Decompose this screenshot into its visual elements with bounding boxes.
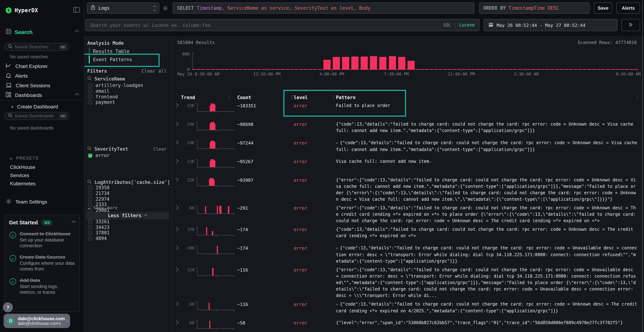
less-filters-button[interactable]: Less filters <box>86 212 169 219</box>
preset-services[interactable]: Services <box>10 172 29 178</box>
sidebar-item-alerts[interactable]: Alerts <box>0 72 84 80</box>
sidebar-item-chart-explorer[interactable]: Chart Explorer <box>0 62 84 70</box>
get-started-header[interactable]: Get Started 3/3 <box>9 219 75 226</box>
mode-results-table[interactable]: Results Table <box>93 48 130 55</box>
events-histogram[interactable]: 80K 0 May 26 8:30:00 AM12:30:00 PM4:00:0… <box>177 50 638 76</box>
pattern-row[interactable]: 24K~98698error{"code":13,"details":"fail… <box>172 121 642 138</box>
get-started-step[interactable]: ✓Add DataStart sending logs, metrics, or… <box>9 278 75 295</box>
pattern-text[interactable]: {"code":13,"details":"failed to charge c… <box>336 226 638 239</box>
filter-checkbox-artillery-loadgen[interactable]: artillery-loadgen <box>88 83 143 88</box>
row-expand-chevron-icon[interactable] <box>174 302 178 306</box>
preset-clickhouse[interactable]: ClickHouse <box>10 164 36 170</box>
mode-event-patterns[interactable]: Event Patterns <box>93 56 132 63</box>
pattern-text[interactable]: ×{"code":13,"details":"failed to charge … <box>336 140 638 153</box>
presets-toggle[interactable]: PRESETS <box>10 156 39 161</box>
filter-checkbox-22974[interactable]: 22974 <box>88 196 110 202</box>
sidebar-item-team-settings[interactable]: Team Settings <box>0 198 84 206</box>
row-expand-chevron-icon[interactable] <box>174 178 178 182</box>
pattern-row[interactable]: 22K~95267errorVisa cache full: cannot ad… <box>172 158 642 174</box>
run-query-button[interactable] <box>622 19 640 31</box>
column-resize-handle-icon[interactable]: ⋮ <box>227 95 231 100</box>
filter-checkbox-4894[interactable]: 4894 <box>88 236 107 241</box>
get-started-step[interactable]: ✓Connect to ClickHouseSet up your databa… <box>9 231 75 249</box>
pattern-text[interactable]: {"error":{"code":13,"details":"failed to… <box>336 205 638 224</box>
sidebar-section-search[interactable]: Search <box>6 28 78 35</box>
date-range-picker[interactable]: May 26 08:52:44 - May 27 08:52:44 <box>484 19 618 31</box>
row-expand-chevron-icon[interactable] <box>174 320 178 324</box>
get-started-step[interactable]: ✓Create Data SourcesConfigure where your… <box>9 254 75 272</box>
histogram-bar[interactable] <box>333 57 340 70</box>
pattern-row[interactable]: 22K~103351errorFailed to place order <box>172 102 642 119</box>
lucene-search-input[interactable]: Search your events w/ Lucene ex. column:… <box>86 19 480 31</box>
saved-dashboards-input[interactable]: Saved Dashboards ⌘K <box>4 112 70 120</box>
filter-checkbox-error[interactable]: error <box>88 153 110 158</box>
scrollbar[interactable] <box>642 0 643 332</box>
mode-lucene-toggle[interactable]: Lucene <box>459 22 475 28</box>
histogram-bar[interactable] <box>351 56 358 70</box>
column-resize-handle-icon[interactable]: ⋮ <box>290 95 294 100</box>
select-columns-input[interactable]: SELECT Timestamp, ServiceName as service… <box>173 2 474 14</box>
pattern-text[interactable]: ×{"code":13,"details":"failed to charge … <box>336 301 638 314</box>
pattern-row[interactable]: 120~116error{"error":{"code":13,"details… <box>172 266 642 299</box>
help-button[interactable]: ? <box>3 302 13 312</box>
pattern-text[interactable]: ×{"code":13,"details":"failed to charge … <box>336 245 638 264</box>
clear-group-link[interactable]: Clear <box>153 146 167 152</box>
alerts-button[interactable]: Alerts <box>616 2 640 14</box>
checkbox[interactable] <box>88 94 92 99</box>
source-settings-gear-icon[interactable] <box>162 5 168 12</box>
checkbox-checked[interactable] <box>88 153 92 158</box>
pattern-row[interactable]: 180~174error×{"code":13,"details":"faile… <box>172 245 642 264</box>
filter-checkbox-email[interactable]: email <box>88 88 110 94</box>
checkbox[interactable] <box>88 197 92 201</box>
column-header-level[interactable]: level <box>294 95 308 100</box>
user-menu[interactable]: D dale@clickhouse.com dale@clickhouse.co… <box>4 314 70 328</box>
histogram-bar[interactable] <box>380 57 386 70</box>
checkbox[interactable] <box>88 89 92 93</box>
create-dashboard-button[interactable]: + Create Dashboard <box>11 104 58 110</box>
sidebar-item-dashboards[interactable]: Dashboards <box>0 91 84 99</box>
checkbox[interactable] <box>88 83 92 88</box>
checkbox[interactable] <box>88 225 92 229</box>
histogram-bar[interactable] <box>408 61 415 70</box>
histogram-bar[interactable] <box>370 56 377 70</box>
pattern-row[interactable]: 60~116error×{"code":13,"details":"failed… <box>172 301 642 317</box>
column-resize-handle-icon[interactable]: ⋮ <box>331 95 336 100</box>
filter-checkbox-21734[interactable]: 21734 <box>88 191 110 196</box>
sidebar-item-client-sessions[interactable]: Client Sessions <box>0 82 84 90</box>
pattern-row[interactable]: 60~291error{"error":{"code":13,"details"… <box>172 205 642 224</box>
source-select[interactable]: Logs <box>87 2 159 14</box>
pattern-text[interactable]: Visa cache full: cannot add new item. <box>336 158 638 164</box>
column-header-pattern[interactable]: Pattern <box>336 95 356 100</box>
histogram-bar[interactable] <box>361 56 368 70</box>
row-expand-chevron-icon[interactable] <box>174 206 178 210</box>
saved-searches-input[interactable]: Saved Searches ⌘K <box>4 43 70 51</box>
order-by-input[interactable]: ORDER BY TimestampTime DESC <box>479 2 590 14</box>
pattern-row[interactable]: 120~174error{"code":13,"details":"failed… <box>172 226 642 242</box>
column-header-count[interactable]: Count <box>237 95 251 100</box>
row-expand-chevron-icon[interactable] <box>174 159 178 163</box>
table-menu-icon[interactable]: ⋮ <box>635 94 640 100</box>
pattern-row[interactable]: 24K~97244error×{"code":13,"details":"fai… <box>172 140 642 156</box>
row-expand-chevron-icon[interactable] <box>174 140 178 144</box>
pattern-text[interactable]: {"code":13,"details":"failed to charge c… <box>336 121 638 134</box>
mode-sql-toggle[interactable]: SQL <box>443 22 451 28</box>
row-expand-chevron-icon[interactable] <box>174 246 178 250</box>
pattern-text[interactable]: {"error":{"code":13,"details":"failed to… <box>336 266 638 299</box>
filter-checkbox-19350[interactable]: 19350 <box>88 185 110 190</box>
checkbox[interactable] <box>88 220 92 224</box>
histogram-bar[interactable] <box>342 57 349 70</box>
filter-checkbox-frontend[interactable]: frontend <box>88 94 118 99</box>
row-expand-chevron-icon[interactable] <box>174 122 178 126</box>
histogram-bar[interactable] <box>398 57 405 70</box>
checkbox[interactable] <box>88 191 92 196</box>
row-expand-chevron-icon[interactable] <box>174 103 178 107</box>
filter-checkbox-37801[interactable]: 37801 <box>88 230 110 236</box>
checkbox[interactable] <box>88 236 92 240</box>
row-expand-chevron-icon[interactable] <box>174 268 178 272</box>
sidebar-collapse-icon[interactable] <box>73 7 80 14</box>
preset-kubernetes[interactable]: Kubernetes <box>10 181 36 186</box>
histogram-bar[interactable] <box>389 56 396 70</box>
show-more-link[interactable]: Show more <box>88 205 118 210</box>
histogram-bar[interactable] <box>323 60 330 70</box>
checkbox[interactable] <box>88 186 92 190</box>
